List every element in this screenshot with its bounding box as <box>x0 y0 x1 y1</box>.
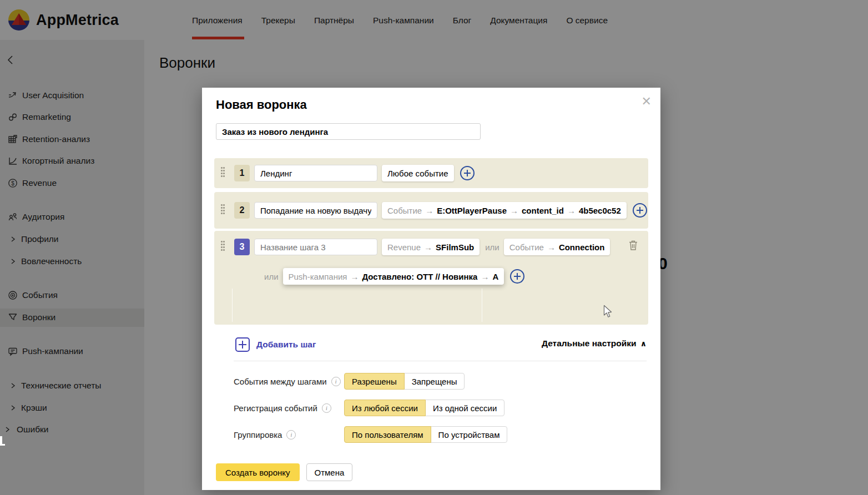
or-label: или <box>485 243 499 252</box>
event-registration-toggle: Из любой сессии Из одной сессии <box>344 400 504 416</box>
funnel-steps: 1 Любое событие 2 Событие → <box>214 156 648 325</box>
step1-event-chip[interactable]: Любое событие <box>382 165 454 181</box>
add-step-button[interactable]: Добавить шаг <box>235 337 316 352</box>
mouse-cursor <box>603 305 613 319</box>
option-single-session[interactable]: Из одной сессии <box>425 400 504 416</box>
dialog-title: Новая воронка <box>216 98 307 112</box>
step-number-badge-active: 3 <box>234 239 250 255</box>
step-row-2: 2 Событие → E:OttPlayerPause → content_i… <box>214 192 648 229</box>
step3-condition-chip-2[interactable]: Событие → Connection <box>504 239 610 255</box>
step-row-3: 3 Revenue → SFilmSub или Событие → Conne… <box>214 231 648 325</box>
step3-condition-chip-1[interactable]: Revenue → SFilmSub <box>382 239 480 255</box>
step2-name-input[interactable] <box>254 202 377 219</box>
dialog-footer: Создать воронку Отмена <box>216 463 352 481</box>
option-forbidden[interactable]: Запрещены <box>404 373 465 390</box>
option-any-session[interactable]: Из любой сессии <box>344 400 426 416</box>
or-label: или <box>264 272 279 281</box>
delete-step-icon[interactable] <box>628 240 638 251</box>
chevron-up-icon: ∧ <box>640 339 647 348</box>
cancel-button[interactable]: Отмена <box>306 463 353 481</box>
step1-name-input[interactable] <box>254 165 377 181</box>
setting-grouping: Группировка i По пользователям По устрой… <box>234 426 647 443</box>
grouping-toggle: По пользователям По устройствам <box>344 426 507 443</box>
add-condition-icon[interactable] <box>460 166 475 180</box>
new-funnel-dialog: Новая воронка ✕ 1 Любое событие <box>202 88 660 490</box>
step-number-badge: 2 <box>234 202 250 219</box>
divider <box>482 289 482 322</box>
add-condition-icon[interactable] <box>633 203 647 218</box>
setting-label: Группировка <box>234 430 282 440</box>
info-icon[interactable]: i <box>286 430 296 440</box>
info-icon[interactable]: i <box>322 403 331 413</box>
step3-condition-chip-3[interactable]: Push-кампания → Доставлено: ОТТ // Новин… <box>283 268 504 285</box>
step3-name-input[interactable] <box>254 239 377 255</box>
setting-label: События между шагами <box>234 377 327 386</box>
option-allowed[interactable]: Разрешены <box>344 373 405 390</box>
divider <box>232 289 233 322</box>
drag-handle-icon[interactable] <box>221 167 226 179</box>
step-row-1: 1 Любое событие <box>214 158 648 188</box>
divider <box>234 361 647 361</box>
option-by-devices[interactable]: По устройствам <box>431 426 508 443</box>
setting-event-registration: Регистрация событий i Из любой сессии Из… <box>234 400 647 416</box>
funnel-name-input[interactable] <box>216 123 481 140</box>
step2-condition-chip[interactable]: Событие → E:OttPlayerPause → content_id … <box>382 202 627 219</box>
close-icon[interactable]: ✕ <box>642 94 652 109</box>
detailed-settings-toggle[interactable]: Детальные настройки ∧ <box>542 339 647 348</box>
setting-label: Регистрация событий <box>234 403 317 413</box>
add-condition-icon[interactable] <box>510 269 524 284</box>
screen-artifact <box>0 436 2 445</box>
drag-handle-icon[interactable] <box>221 204 226 216</box>
option-by-users[interactable]: По пользователям <box>344 426 431 443</box>
app-screen: AppMetrica Приложения Трекеры Партнёры P… <box>0 0 868 495</box>
drag-handle-icon[interactable] <box>221 241 226 253</box>
info-icon[interactable]: i <box>331 377 341 386</box>
events-between-steps-toggle: Разрешены Запрещены <box>344 373 465 390</box>
step-number-badge: 1 <box>234 165 250 181</box>
setting-events-between-steps: События между шагами i Разрешены Запреще… <box>234 373 647 390</box>
create-funnel-button[interactable]: Создать воронку <box>216 463 300 481</box>
plus-square-icon <box>235 337 250 352</box>
